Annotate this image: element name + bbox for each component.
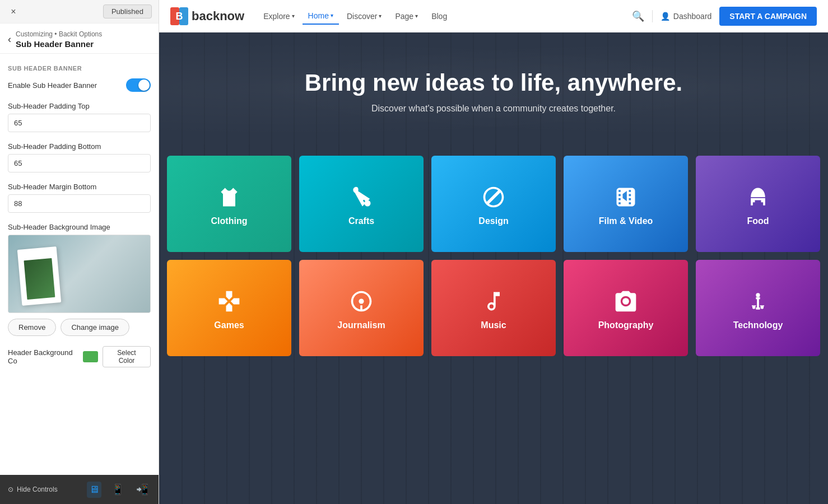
hide-controls-icon: ⊙ — [8, 486, 13, 493]
desktop-view-button[interactable]: 🖥 — [87, 482, 101, 498]
nav-links: Explore ▾ Home ▾ Discover ▾ Page ▾ Blog — [258, 8, 632, 25]
hide-controls-label: Hide Controls — [17, 486, 58, 493]
image-preview — [8, 235, 151, 313]
logo-text: backnow — [192, 9, 244, 24]
hero-title: Bring new ideas to life, anywhere. — [305, 69, 683, 97]
change-image-button[interactable]: Change image — [61, 319, 129, 336]
home-chevron: ▾ — [331, 12, 333, 18]
hide-controls[interactable]: ⊙ Hide Controls — [8, 486, 58, 493]
categories-section: Clothing Crafts Design Film & Video Food — [159, 144, 828, 504]
crafts-icon — [349, 185, 374, 209]
nav-discover[interactable]: Discover ▾ — [341, 8, 387, 24]
logo-icon: B — [170, 7, 188, 25]
logo[interactable]: B backnow — [170, 7, 244, 25]
category-name-clothing: Clothing — [211, 216, 248, 226]
category-name-journalism: Journalism — [337, 320, 385, 330]
photography-icon — [613, 289, 638, 314]
category-card-clothing[interactable]: Clothing — [167, 156, 291, 252]
category-card-food[interactable]: Food — [696, 156, 820, 252]
games-icon — [217, 289, 241, 314]
svg-text:B: B — [176, 11, 183, 22]
hero-section: Bring new ideas to life, anywhere. Disco… — [159, 32, 828, 144]
close-button[interactable]: × — [7, 5, 20, 18]
hero-subtitle: Discover what's possible when a communit… — [305, 104, 683, 114]
bg-image-group: Sub-Header Background Image Remove Chang… — [8, 223, 151, 336]
category-name-music: Music — [481, 320, 506, 330]
nav-blog[interactable]: Blog — [426, 8, 453, 24]
nav-home[interactable]: Home ▾ — [303, 8, 339, 25]
back-button[interactable]: ‹ — [8, 34, 11, 45]
category-card-music[interactable]: Music — [431, 260, 556, 356]
category-card-journalism[interactable]: Journalism — [299, 260, 424, 356]
svg-rect-8 — [752, 305, 756, 306]
padding-top-input[interactable] — [8, 114, 151, 132]
categories-grid: Clothing Crafts Design Film & Video Food — [167, 156, 820, 356]
category-name-food: Food — [747, 216, 769, 226]
main-area: B backnow Explore ▾ Home ▾ Discover ▾ Pa… — [159, 0, 828, 504]
nav-page[interactable]: Page ▾ — [389, 8, 424, 24]
category-card-film[interactable]: Film & Video — [564, 156, 688, 252]
margin-bottom-label: Sub-Header Margin Bottom — [8, 183, 151, 191]
bg-color-row: Header Background Co Select Color — [8, 346, 151, 367]
category-card-photography[interactable]: Photography — [564, 260, 688, 356]
category-card-crafts[interactable]: Crafts — [299, 156, 424, 252]
bg-image-label: Sub-Header Background Image — [8, 223, 151, 231]
enable-toggle-row: Enable Sub Header Banner — [8, 78, 151, 92]
discover-chevron: ▾ — [379, 13, 382, 19]
svg-point-4 — [359, 298, 364, 304]
category-card-technology[interactable]: Technology — [696, 260, 820, 356]
category-name-technology: Technology — [733, 320, 783, 330]
padding-top-label: Sub-Header Padding Top — [8, 102, 151, 110]
nav-divider — [652, 10, 653, 22]
search-button[interactable]: 🔍 — [632, 10, 644, 22]
bg-color-label: Header Background Co — [8, 348, 83, 365]
category-name-games: Games — [214, 320, 244, 330]
section-label: sub header banner — [8, 65, 151, 72]
panel-breadcrumb: ‹ Customizing • Backit Options Sub Heade… — [0, 24, 159, 54]
design-icon — [481, 185, 506, 209]
film-icon — [613, 185, 638, 209]
remove-image-button[interactable]: Remove — [8, 319, 56, 336]
customizer-panel: × Published ‹ Customizing • Backit Optio… — [0, 0, 159, 504]
food-icon — [746, 185, 770, 209]
mobile-view-button[interactable]: 📲 — [134, 481, 151, 498]
margin-bottom-group: Sub-Header Margin Bottom — [8, 183, 151, 213]
category-card-design[interactable]: Design — [431, 156, 556, 252]
technology-icon — [746, 289, 770, 314]
svg-point-3 — [365, 200, 371, 207]
image-preview-inner — [8, 235, 150, 312]
svg-rect-9 — [760, 305, 764, 306]
image-buttons: Remove Change image — [8, 319, 151, 336]
image-preview-card — [17, 246, 61, 306]
user-icon: 👤 — [660, 12, 670, 21]
journalism-icon — [349, 289, 374, 314]
nav-explore[interactable]: Explore ▾ — [258, 8, 300, 24]
panel-topbar: × Published — [0, 0, 159, 24]
svg-point-5 — [756, 293, 760, 297]
category-card-games[interactable]: Games — [167, 260, 291, 356]
device-icons: 🖥 📱 📲 — [87, 481, 151, 498]
start-campaign-button[interactable]: START A CAMPAIGN — [719, 7, 817, 26]
explore-chevron: ▾ — [292, 13, 295, 19]
hero-content: Bring new ideas to life, anywhere. Disco… — [305, 69, 683, 114]
padding-bottom-input[interactable] — [8, 154, 151, 172]
shirt-icon — [217, 185, 241, 209]
enable-toggle[interactable] — [126, 78, 151, 92]
panel-body: sub header banner Enable Sub Header Bann… — [0, 54, 159, 504]
padding-bottom-label: Sub-Header Padding Bottom — [8, 142, 151, 151]
navbar: B backnow Explore ▾ Home ▾ Discover ▾ Pa… — [159, 0, 828, 32]
select-color-button[interactable]: Select Color — [103, 346, 151, 367]
margin-bottom-input[interactable] — [8, 194, 151, 213]
bottom-bar: ⊙ Hide Controls 🖥 📱 📲 — [0, 475, 159, 504]
category-name-design: Design — [478, 216, 508, 226]
music-icon — [481, 289, 506, 314]
padding-bottom-group: Sub-Header Padding Bottom — [8, 142, 151, 172]
tablet-view-button[interactable]: 📱 — [109, 481, 126, 498]
nav-right: 🔍 👤 Dashboard START A CAMPAIGN — [632, 7, 817, 26]
dashboard-link[interactable]: 👤 Dashboard — [660, 12, 712, 21]
page-chevron: ▾ — [415, 13, 418, 19]
published-badge[interactable]: Published — [103, 4, 152, 18]
enable-label: Enable Sub Header Banner — [8, 81, 97, 90]
category-name-crafts: Crafts — [348, 216, 374, 226]
color-swatch — [83, 351, 98, 362]
